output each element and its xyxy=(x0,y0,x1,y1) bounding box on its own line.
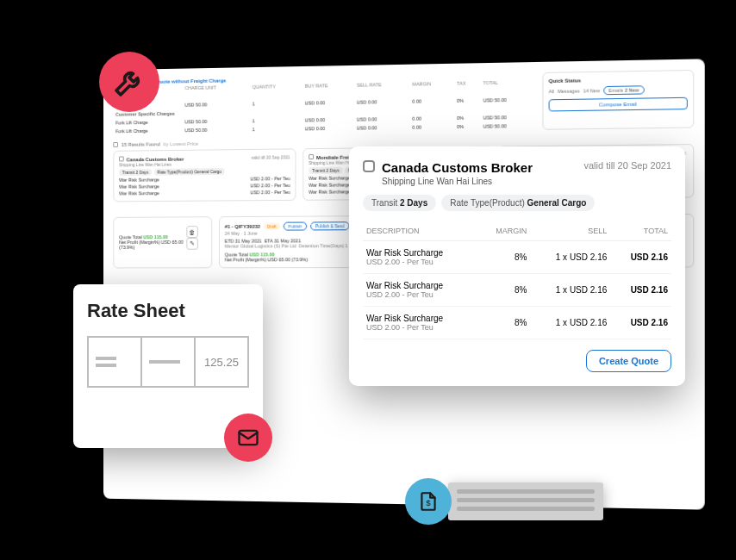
emails-new: 2 New xyxy=(625,87,639,92)
card-checkbox[interactable] xyxy=(119,157,124,162)
create-quote-button[interactable]: Create Quote xyxy=(586,350,671,372)
pill-rate-type: Rate Type(Product) General Cargo xyxy=(441,195,595,211)
col-margin: MARGIN xyxy=(478,221,531,241)
results-count: 15 Results Found xyxy=(122,141,160,146)
charges-table: DESCRIPTION CHARGE UNIT QUANTITY BUY RAT… xyxy=(113,78,533,135)
quick-status-title: Quick Status xyxy=(549,76,688,84)
pill-rate: Rate Type(Product) General Cargo xyxy=(154,168,225,176)
publish-send-button[interactable]: Publish & Send xyxy=(310,221,350,230)
wrench-icon xyxy=(99,52,159,112)
col-sell: SELL xyxy=(530,221,610,241)
table-row: War Risk SurchargeUSD 2.00 - Per Teu 8% … xyxy=(363,307,671,339)
table-row: War Risk SurchargeUSD 2.00 - Per Teu 8% … xyxy=(363,241,671,274)
messages-new: 14 New xyxy=(583,88,600,93)
pill-transit: Transit 2 Days xyxy=(363,195,436,211)
rate-box xyxy=(142,338,196,386)
card-valid: valid till 20 Sep 2021 xyxy=(252,154,290,160)
popup-table: DESCRIPTION MARGIN SELL TOTAL War Risk S… xyxy=(363,221,671,339)
compose-email-button[interactable]: Compose Email xyxy=(549,97,688,112)
filter-messages[interactable]: Messages xyxy=(558,89,580,95)
draft-badge: Draft xyxy=(264,223,279,230)
rate-sheet-boxes: 125.25 xyxy=(87,336,249,388)
rate-box: 125.25 xyxy=(196,338,247,386)
rate-box xyxy=(89,338,142,386)
quick-status-panel: Quick Status All Messages 14 New Emails … xyxy=(542,70,694,130)
delete-icon[interactable]: 🗑 xyxy=(186,226,197,238)
mail-icon xyxy=(224,414,272,462)
select-all-checkbox[interactable] xyxy=(113,142,118,147)
net-profit-label: Net Profit (Margin%) xyxy=(225,257,266,262)
table-row: War Risk SurchargeUSD 2.00 - Per Teu 8% … xyxy=(363,274,671,307)
card-sub: Shipping Line Wan Hai Lines xyxy=(119,160,290,167)
col-tax: TAX xyxy=(454,78,480,88)
pill-transit: Transit 2 Days xyxy=(309,167,342,174)
vendor: Mentor Global Logistics (S) Pte Ltd xyxy=(225,243,296,248)
rate-card-mini[interactable]: Canada Customs Broker valid till 20 Sep … xyxy=(113,148,296,202)
net-profit-value: USD 65.00 (73.9%) xyxy=(268,257,309,262)
filter-emails[interactable]: Emails xyxy=(608,88,623,93)
popup-valid: valid till 20 Sep 2021 xyxy=(583,160,671,171)
charges-panel: Charges Create Quote without Freight Cha… xyxy=(113,72,533,135)
quote-id: #1 - QIFY39232 xyxy=(225,224,260,229)
results-sort: by Lowest Price xyxy=(164,141,199,146)
rate-sheet-title: Rate Sheet xyxy=(87,300,249,322)
invoice-icon: $ xyxy=(405,478,452,525)
pill-transit: Transit 2 Days xyxy=(119,169,152,176)
detention: Detention Time(Days) 1 xyxy=(299,243,348,248)
popup-subtitle: Shipping Line Wan Hai Lines xyxy=(382,177,533,186)
edit-icon[interactable]: ✎ xyxy=(186,238,197,250)
filter-all[interactable]: All xyxy=(549,89,554,94)
col-desc: DESCRIPTION xyxy=(363,221,478,241)
publish-button[interactable]: Publish xyxy=(283,222,307,231)
svg-text:$: $ xyxy=(426,498,431,507)
quote-card: Quote Total USD 115.00 Net Profit (Margi… xyxy=(113,216,212,268)
rate-value: 125.25 xyxy=(204,356,239,369)
popup-title: Canada Customs Broker xyxy=(382,160,533,175)
popup-checkbox[interactable] xyxy=(363,160,375,172)
doc-lines xyxy=(448,482,603,520)
col-total: TOTAL xyxy=(610,221,671,241)
card-checkbox[interactable] xyxy=(309,154,314,159)
broker-popup: Canada Customs Broker Shipping Line Wan … xyxy=(349,146,685,386)
